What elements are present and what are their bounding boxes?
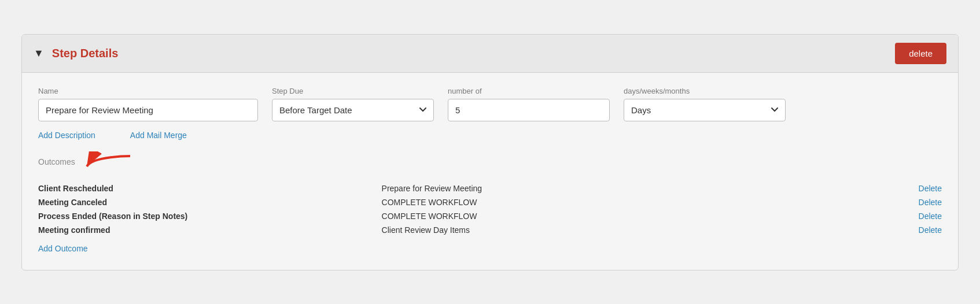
outcome-delete-link[interactable]: Delete (834, 181, 942, 195)
number-field-group: number of (448, 87, 610, 121)
outcomes-section: Outcomes Client Reschedule (38, 151, 942, 254)
add-description-link[interactable]: Add Description (38, 131, 95, 140)
add-outcome-link[interactable]: Add Outcome (38, 244, 88, 253)
table-row: Client Rescheduled Prepare for Review Me… (38, 181, 942, 195)
outcomes-table: Client Rescheduled Prepare for Review Me… (38, 181, 942, 237)
table-row: Process Ended (Reason in Step Notes) COM… (38, 209, 942, 223)
table-row: Meeting confirmed Client Review Day Item… (38, 223, 942, 237)
outcome-action-cell: Prepare for Review Meeting (382, 181, 834, 195)
step-due-field-group: Step Due Before Target Date On Target Da… (272, 87, 434, 121)
delete-button[interactable]: delete (895, 43, 946, 64)
step-due-select[interactable]: Before Target Date On Target Date After … (272, 99, 434, 121)
number-input[interactable] (448, 99, 610, 121)
table-row: Meeting Canceled COMPLETE WORKFLOW Delet… (38, 195, 942, 209)
name-input[interactable] (38, 99, 258, 121)
name-label: Name (38, 87, 258, 95)
panel-header-left: ▼ Step Details (34, 47, 118, 60)
step-due-label: Step Due (272, 87, 434, 95)
outcomes-label: Outcomes (38, 151, 942, 172)
outcome-delete-link[interactable]: Delete (834, 209, 942, 223)
collapse-chevron-icon[interactable]: ▼ (34, 47, 44, 60)
days-label: days/weeks/months (624, 87, 786, 95)
form-row: Name Step Due Before Target Date On Targ… (38, 87, 942, 121)
outcome-action-cell: Client Review Day Items (382, 223, 834, 237)
panel-title: Step Details (52, 47, 118, 60)
outcome-name-cell: Client Rescheduled (38, 181, 382, 195)
outcomes-arrow-icon (81, 151, 133, 172)
panel-header: ▼ Step Details delete (22, 35, 958, 73)
add-mail-merge-link[interactable]: Add Mail Merge (130, 131, 187, 140)
step-details-panel: ▼ Step Details delete Name Step Due Befo… (21, 34, 959, 270)
panel-body: Name Step Due Before Target Date On Targ… (22, 73, 958, 270)
outcome-delete-link[interactable]: Delete (834, 195, 942, 209)
links-row: Add Description Add Mail Merge (38, 131, 942, 140)
days-field-group: days/weeks/months Days Weeks Months (624, 87, 786, 121)
outcome-action-cell: COMPLETE WORKFLOW (382, 209, 834, 223)
outcome-name-cell: Meeting Canceled (38, 195, 382, 209)
name-field-group: Name (38, 87, 258, 121)
outcome-delete-link[interactable]: Delete (834, 223, 942, 237)
days-select[interactable]: Days Weeks Months (624, 99, 786, 121)
number-label: number of (448, 87, 610, 95)
outcome-action-cell: COMPLETE WORKFLOW (382, 195, 834, 209)
outcome-name-cell: Meeting confirmed (38, 223, 382, 237)
outcome-name-cell: Process Ended (Reason in Step Notes) (38, 209, 382, 223)
